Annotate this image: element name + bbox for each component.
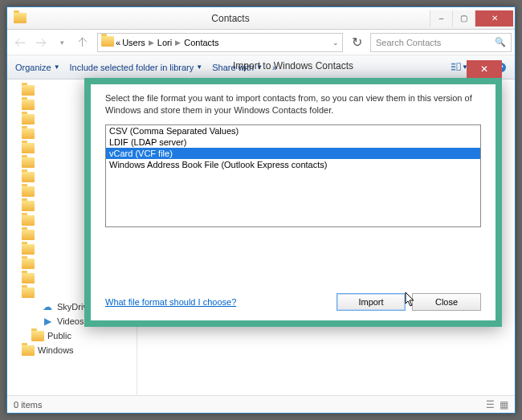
folder-icon bbox=[22, 100, 35, 110]
folder-icon bbox=[101, 36, 114, 49]
folder-icon bbox=[22, 230, 35, 240]
window-controls: – ▢ ✕ bbox=[430, 10, 513, 27]
format-listbox[interactable]: CSV (Comma Separated Values)LDIF (LDAP s… bbox=[105, 124, 481, 227]
breadcrumb[interactable]: « Users ▶ Lori ▶ Contacts ⌄ bbox=[97, 33, 343, 52]
format-option[interactable]: CSV (Comma Separated Values) bbox=[106, 125, 480, 137]
skydrive-icon: ☁ bbox=[41, 300, 54, 313]
tree-item-label: Public bbox=[47, 331, 71, 340]
minimize-button[interactable]: – bbox=[430, 10, 452, 27]
help-link[interactable]: What file format should I choose? bbox=[105, 297, 236, 307]
close-button[interactable]: ✕ bbox=[475, 10, 513, 27]
up-button[interactable]: 🡡 bbox=[73, 33, 92, 52]
forward-button[interactable]: 🡢 bbox=[31, 33, 51, 52]
titlebar: Contacts – ▢ ✕ bbox=[7, 7, 515, 30]
dialog-close-button-secondary[interactable]: Close bbox=[412, 293, 481, 311]
svg-rect-2 bbox=[451, 68, 455, 70]
breadcrumb-dropdown-icon[interactable]: ⌄ bbox=[332, 39, 339, 47]
folder-icon bbox=[22, 273, 35, 283]
folder-icon bbox=[31, 331, 44, 341]
back-button[interactable]: 🡠 bbox=[10, 33, 30, 52]
svg-rect-3 bbox=[457, 63, 460, 70]
folder-icon bbox=[22, 114, 35, 124]
search-icon: 🔍 bbox=[495, 37, 506, 47]
folder-icon bbox=[22, 215, 35, 226]
folder-icon bbox=[22, 143, 35, 153]
maximize-button[interactable]: ▢ bbox=[452, 10, 475, 27]
folder-icon bbox=[22, 186, 35, 197]
explorer-window: Contacts – ▢ ✕ 🡠 🡢 ▾ 🡡 « Users ▶ Lori ▶ … bbox=[6, 6, 516, 414]
chevron-right-icon: ▶ bbox=[149, 39, 154, 47]
chevron-down-icon: ▼ bbox=[54, 63, 60, 71]
folder-icon bbox=[22, 345, 35, 356]
window-title: Contacts bbox=[31, 13, 430, 24]
details-view-icon[interactable]: ☰ bbox=[486, 399, 495, 410]
import-button[interactable]: Import bbox=[336, 293, 406, 311]
breadcrumb-prefix: « bbox=[116, 38, 120, 47]
folder-icon bbox=[22, 259, 35, 269]
breadcrumb-segment[interactable]: Users bbox=[122, 38, 145, 47]
format-option[interactable]: LDIF (LDAP server) bbox=[106, 137, 480, 148]
breadcrumb-segment[interactable]: Contacts bbox=[184, 38, 218, 47]
svg-rect-0 bbox=[451, 63, 455, 64]
chevron-down-icon: ▼ bbox=[196, 63, 202, 71]
folder-icon bbox=[22, 128, 35, 139]
videos-icon: ▶ bbox=[41, 315, 54, 328]
folder-icon bbox=[22, 85, 35, 96]
folder-icon bbox=[22, 172, 35, 182]
folder-icon bbox=[22, 244, 35, 255]
status-text: 0 items bbox=[14, 400, 42, 410]
folder-icon bbox=[14, 12, 27, 25]
svg-rect-1 bbox=[451, 66, 455, 67]
tree-item-label: Videos bbox=[57, 316, 84, 326]
dialog-description: Select the file format you want to impor… bbox=[105, 92, 481, 116]
recent-locations-button[interactable]: ▾ bbox=[52, 33, 71, 52]
format-option[interactable]: vCard (VCF file) bbox=[106, 148, 480, 159]
import-dialog: Import to Windows Contacts ✕ Select the … bbox=[84, 78, 502, 327]
refresh-button[interactable]: ↻ bbox=[348, 34, 365, 51]
search-placeholder-text: Search Contacts bbox=[376, 38, 441, 47]
view-options-button[interactable]: ▼ bbox=[451, 59, 468, 76]
navigation-bar: 🡠 🡢 ▾ 🡡 « Users ▶ Lori ▶ Contacts ⌄ ↻ Se… bbox=[7, 30, 515, 55]
include-in-library-menu[interactable]: Include selected folder in library ▼ bbox=[67, 61, 206, 74]
folder-icon bbox=[22, 201, 35, 211]
status-bar: 0 items ☰ ▦ bbox=[7, 395, 515, 413]
organize-menu[interactable]: Organize ▼ bbox=[12, 61, 63, 74]
search-input[interactable]: Search Contacts 🔍 bbox=[370, 33, 512, 52]
tiles-view-icon[interactable]: ▦ bbox=[500, 399, 508, 410]
chevron-right-icon: ▶ bbox=[175, 39, 181, 47]
tree-item[interactable]: Windows bbox=[7, 343, 137, 357]
breadcrumb-segment[interactable]: Lori bbox=[157, 38, 172, 47]
dialog-title: Import to Windows Contacts bbox=[233, 60, 353, 71]
tree-item-label: Windows bbox=[38, 345, 74, 355]
folder-icon bbox=[22, 287, 35, 298]
tree-item[interactable]: Public bbox=[7, 328, 137, 343]
dialog-close-button[interactable]: ✕ bbox=[467, 60, 502, 78]
format-option[interactable]: Windows Address Book File (Outlook Expre… bbox=[106, 159, 480, 170]
folder-icon bbox=[22, 157, 35, 168]
